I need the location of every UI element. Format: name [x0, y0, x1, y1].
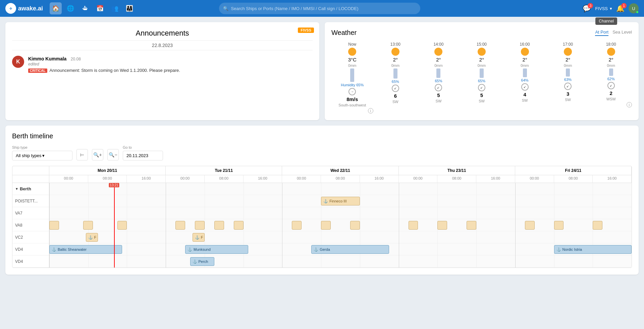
weather-time: Now	[348, 42, 356, 47]
weather-tab-at-port[interactable]: At Port	[595, 30, 608, 36]
alerts-button[interactable]: 🔔 1	[616, 4, 625, 12]
messages-button[interactable]: 💬 3	[583, 4, 591, 12]
announcement-body: Kimmo Kummala 20.08 edited CRITICAL Anno…	[28, 56, 313, 73]
timeline-hour-label: 16:00	[360, 175, 399, 183]
wind-direction-icon: ↙	[435, 84, 442, 91]
ship-type-group: Ship type All ship types ▾	[12, 145, 72, 160]
ship-block[interactable]	[593, 221, 602, 230]
ship-block[interactable]	[117, 221, 127, 230]
ship-block[interactable]: ⚓ Perch	[190, 257, 214, 266]
ship-block[interactable]: ⚓ Baltic Shearwater	[49, 245, 122, 254]
ship-block[interactable]	[467, 221, 476, 230]
nav-group[interactable]: 👥	[109, 2, 121, 14]
weather-rain: 0mm	[434, 63, 442, 67]
ship-block[interactable]	[292, 221, 302, 230]
timeline-hour-label: 08:00	[88, 175, 127, 183]
ship-type-select[interactable]: All ship types ▾	[12, 151, 72, 160]
weather-rain: 0mm	[521, 63, 529, 67]
announcement-edited: edited	[28, 62, 313, 66]
ship-icon: ⚓	[193, 260, 197, 264]
sun-icon	[478, 48, 486, 56]
berth-labels: ▼ BerthPOISTETT...VA7VA8VC2VD4VD4	[12, 183, 49, 268]
weather-temp: 2°	[522, 57, 527, 62]
avatar[interactable]: U	[629, 3, 639, 13]
weather-humidity: 65%	[392, 80, 399, 84]
wind-dir: WSW	[606, 97, 616, 101]
main-content: FIVSS Announcements 22.8.2023 K Kimmo Ku…	[0, 17, 644, 126]
berth-label: VD4	[12, 243, 49, 255]
ship-block[interactable]: ⚓ Finneco III	[321, 197, 360, 205]
ship-block[interactable]	[321, 221, 331, 230]
wind-speed: 5	[437, 92, 440, 98]
timeline-hour-label: 16:00	[244, 175, 282, 183]
timeline-hour-label: 08:00	[554, 175, 593, 183]
timeline-hour-label: 08:00	[205, 175, 244, 183]
nav-people[interactable]: 👨‍👩‍👧	[123, 2, 136, 14]
goto-input[interactable]	[123, 151, 163, 160]
wind-speed: 8m/s	[346, 96, 358, 102]
ship-block[interactable]: ⚓ Munksund	[185, 245, 248, 254]
weather-humidity: 65%	[435, 79, 442, 83]
search-input[interactable]	[231, 6, 416, 11]
timeline-hour-label: 00:00	[166, 175, 205, 183]
announcement-entry: K Kimmo Kummala 20.08 edited CRITICAL An…	[12, 56, 313, 73]
ship-block[interactable]	[214, 221, 224, 230]
center-timeline-button[interactable]: ⊢	[76, 149, 88, 160]
ship-block[interactable]	[83, 221, 93, 230]
weather-bar	[523, 68, 527, 77]
timeline-grid-row	[49, 183, 632, 195]
ship-block[interactable]: ⚓ Gerda	[311, 245, 389, 254]
weather-bar	[566, 68, 570, 77]
logo-icon: ⟡	[5, 3, 16, 14]
ship-block[interactable]	[195, 221, 205, 230]
weather-info-icon[interactable]: i	[627, 102, 632, 107]
weather-col-4: 16:00 2° 0mm 64% ↙ 4 SW	[504, 42, 546, 113]
nav-calendar[interactable]: 📅	[94, 2, 106, 14]
wind-speed: 5	[480, 92, 483, 98]
announcement-author: Kimmo Kummala	[28, 56, 66, 61]
weather-rain: 0mm	[348, 63, 356, 67]
collapse-icon[interactable]: ▼	[15, 187, 18, 191]
ship-block[interactable]	[350, 221, 360, 230]
weather-info-icon[interactable]: i	[368, 108, 373, 113]
weather-temp: 2°	[393, 57, 398, 62]
zoom-out-button[interactable]: 🔍−	[107, 149, 119, 160]
ship-block[interactable]	[554, 221, 564, 230]
nav-globe[interactable]: 🌐	[64, 2, 76, 14]
ship-block[interactable]: ⚓ F	[193, 233, 205, 242]
berth-label: VA8	[12, 219, 49, 231]
timeline-grid-row: ⚓ Finneco III	[49, 195, 632, 207]
ship-block[interactable]	[437, 221, 447, 230]
search-bar[interactable]: 🔍	[219, 3, 420, 14]
ship-block[interactable]	[234, 221, 244, 230]
online-indicator	[636, 11, 639, 13]
ship-block[interactable]: ⚓ F	[86, 233, 98, 242]
user-menu-button[interactable]: FIVSS ▾	[595, 6, 612, 11]
weather-col-0: Now 3°C 0mm Humidity 65% → 8m/s South-so…	[331, 42, 373, 113]
ship-block[interactable]	[49, 221, 59, 230]
ship-icon: ⚓	[314, 247, 318, 252]
ship-block[interactable]: ⚓ Nordic Istria	[554, 245, 632, 254]
zoom-in-button[interactable]: 🔍+	[92, 149, 103, 160]
weather-col-6: 18:00 2° 0mm 62% ↙ 2 WSW i	[590, 42, 632, 113]
chevron-down-icon: ▾	[42, 153, 69, 158]
main-nav: 🏠 🌐 ⛴ 📅 👥 👨‍👩‍👧	[50, 2, 136, 14]
wind-speed: 6	[394, 93, 397, 99]
ship-block[interactable]	[175, 221, 185, 230]
fivss-badge: FIVSS	[298, 28, 314, 33]
sun-icon	[607, 48, 615, 56]
ship-block[interactable]	[525, 221, 535, 230]
weather-col-3: 15:00 2° 0mm 65% ↙ 5 SW	[461, 42, 503, 113]
weather-time: 17:00	[563, 42, 573, 47]
logo[interactable]: ⟡ awake.ai	[5, 3, 43, 14]
channel-tooltip: Channel	[595, 17, 617, 25]
weather-time: 13:00	[390, 42, 400, 47]
nav-ships[interactable]: ⛴	[79, 2, 91, 14]
weather-rain: 0mm	[478, 63, 486, 67]
weather-tabs: At Port Sea Level	[595, 30, 632, 36]
timeline-hour-label: 00:00	[282, 175, 321, 183]
nav-home[interactable]: 🏠	[50, 2, 62, 14]
weather-tab-sea-level[interactable]: Sea Level	[612, 30, 632, 36]
announcement-time: 20.08	[71, 57, 81, 61]
ship-block[interactable]	[409, 221, 418, 230]
